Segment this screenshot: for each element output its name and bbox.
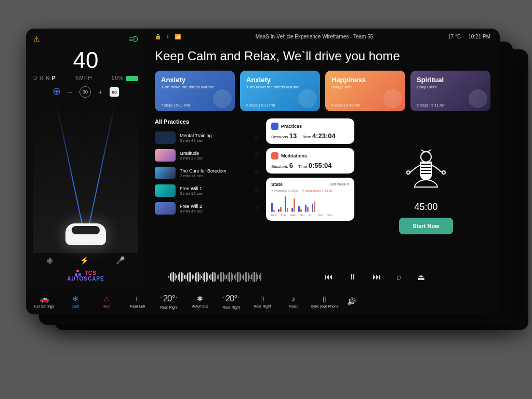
bb-car-settings[interactable]: 🚗Car Settings <box>29 295 59 308</box>
stat-chart[interactable]: Stats Last week ▾ ● Practices 0:43:05 ● … <box>266 178 354 221</box>
bb-seat-rear-left[interactable]: ⎍Rear Left <box>123 295 153 308</box>
headlight-icon: ≡D <box>129 35 138 43</box>
hero-heading: Keep Calm and Relax, We`ll drive you hom… <box>155 49 490 63</box>
cruise-speed[interactable]: 30 <box>79 86 91 98</box>
start-now-button[interactable]: Start Now <box>399 218 453 234</box>
calm-cards: Anxiety Turn down the stress volume 7 st… <box>155 71 490 111</box>
practices-title: All Practices <box>155 118 259 125</box>
car-icon: 🚗 <box>40 295 49 303</box>
stat-practices[interactable]: Practices Sessions 13 Time 4:23:04 <box>266 118 354 144</box>
fan-icon: ✱ <box>197 295 203 303</box>
card-anxiety-1[interactable]: Anxiety Turn down the stress volume 7 st… <box>155 71 235 111</box>
seat-icon: ⎍ <box>136 295 140 303</box>
waveform[interactable] <box>168 271 261 283</box>
speed-plus[interactable]: + <box>98 88 102 96</box>
meditation-figure-icon <box>400 148 452 196</box>
practice-item[interactable]: Free Will 28 min 45 sec ♡ <box>155 200 259 217</box>
heart-icon[interactable]: ♡ <box>255 153 259 158</box>
heart-icon[interactable]: ♡ <box>255 188 259 193</box>
dashcam-icon[interactable]: ◉ <box>47 256 53 264</box>
speed-minus[interactable]: − <box>68 88 72 96</box>
svg-point-2 <box>421 152 431 162</box>
phone-icon: ▯ <box>323 295 327 303</box>
brand-logo: TCS AUTOSCAPE <box>33 270 138 282</box>
speed-limit-sign: 80 <box>110 87 119 97</box>
timer-value: 45:00 <box>414 202 437 212</box>
practice-item[interactable]: Free Will 13 min 13 sec ♡ <box>155 182 259 200</box>
cool-icon: ❄ <box>72 295 78 303</box>
media-player: ⏮ ⏸ ⏭ ⌕ ⏏ <box>155 266 490 288</box>
card-spiritual[interactable]: Spiritual Daily Calm 5 steps | 5-11 min <box>410 71 490 111</box>
status-title: MaaS In-Vehicle Experience Wireframes - … <box>256 34 374 39</box>
volume-icon: 🔊 <box>347 297 356 305</box>
eject-icon[interactable]: ⏏ <box>417 272 425 282</box>
bb-cool[interactable]: ❄Cool <box>60 295 90 308</box>
svg-point-1 <box>56 90 58 92</box>
bb-seat-rear-right[interactable]: ⎍Rear Right <box>247 295 277 308</box>
prev-track-icon[interactable]: ⏮ <box>325 272 333 282</box>
practice-item[interactable]: Gratitude2 min 33 sec ♡ <box>155 147 259 164</box>
bluetooth-icon[interactable]: ᚼ <box>166 34 169 39</box>
autopilot-icon[interactable] <box>52 87 61 97</box>
charge-icon[interactable]: ⚡ <box>80 256 89 264</box>
heart-icon[interactable]: ♡ <box>255 135 259 140</box>
card-happiness[interactable]: Happiness Daily Calm 5 steps | 6-10 min <box>325 71 405 111</box>
bb-temp-right[interactable]: ˄20°˅Rear Right <box>216 294 246 309</box>
seat-icon: ⎍ <box>260 295 264 303</box>
next-track-icon[interactable]: ⏭ <box>373 272 381 282</box>
heart-icon[interactable]: ♡ <box>255 170 259 176</box>
autopilot-view <box>33 103 138 253</box>
bb-temp-left[interactable]: ˄20°˅Rear Right <box>154 294 184 309</box>
pause-icon[interactable]: ⏸ <box>349 272 357 282</box>
bb-fan-auto[interactable]: ✱Automatic <box>185 295 215 308</box>
practice-item[interactable]: The Cure for Boredom7 min 11 sec ♡ <box>155 164 259 182</box>
svg-point-4 <box>442 171 445 174</box>
practices-list: All Practices Mental Training3 min 43 se… <box>155 118 259 263</box>
bb-sync-phone[interactable]: ▯Sync your Phone <box>310 295 340 308</box>
status-time: 10:21 PM <box>468 34 490 39</box>
practice-item[interactable]: Mental Training3 min 43 sec ♡ <box>155 129 259 147</box>
bottom-bar: 🚗Car Settings ❄Cool ♨Heat ⎍Rear Left ˄20… <box>26 288 500 314</box>
heart-icon[interactable]: ♡ <box>255 206 259 211</box>
card-anxiety-2[interactable]: Anxiety Turn down the stress volume 6 st… <box>240 71 320 111</box>
stat-meditations[interactable]: Meditations Sessions 6 Time 0:55:04 <box>266 148 354 174</box>
lock-icon[interactable]: 🔒 <box>155 34 161 39</box>
heat-icon: ♨ <box>103 295 110 303</box>
gear-selector: D R N P <box>33 75 56 81</box>
speed-unit: KMPH <box>75 75 92 81</box>
speed-value: 40 <box>73 47 99 73</box>
battery-indicator: 90% <box>112 75 138 81</box>
meditation-timer: 45:00 Start Now <box>362 118 490 263</box>
instrument-cluster: ⚠ ≡D 40 D R N P KMPH 90% − 30 <box>26 29 145 288</box>
search-icon[interactable]: ⌕ <box>396 272 402 282</box>
tire-pressure-icon: ⚠ <box>33 35 40 43</box>
bb-heat[interactable]: ♨Heat <box>91 295 122 308</box>
main-screen: ⚠ ≡D 40 D R N P KMPH 90% − 30 <box>26 29 500 314</box>
status-temperature: 17 °C <box>448 34 461 39</box>
bb-music[interactable]: ♪Music <box>278 295 309 308</box>
signal-icon: 📶 <box>175 34 181 39</box>
bb-volume[interactable]: 🔊 <box>341 297 362 305</box>
mic-icon[interactable]: 🎤 <box>116 256 125 264</box>
music-icon: ♪ <box>292 295 296 303</box>
status-bar: 🔒 ᚼ 📶 MaaS In-Vehicle Experience Wirefra… <box>155 34 490 39</box>
svg-point-3 <box>407 171 410 174</box>
